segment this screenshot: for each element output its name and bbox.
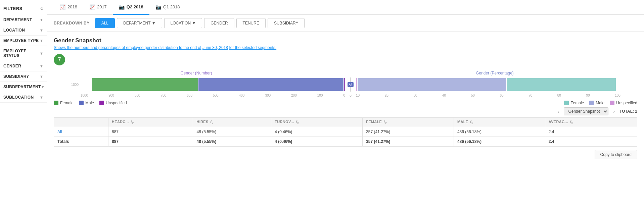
sidebar-item-arrow-subsidiary: ▼ bbox=[40, 74, 43, 78]
row-male-all: 486 (56.18%) bbox=[454, 127, 545, 137]
legend-dot-right-male bbox=[589, 101, 594, 105]
legend-label-left-female: Female bbox=[60, 101, 74, 105]
breakdown-btn-location[interactable]: LOCATION ▼ bbox=[164, 18, 202, 28]
sidebar-item-subsidiary[interactable]: SUBSIDIARY ▼ bbox=[0, 71, 47, 82]
legend-right-unspecified: Unspecified bbox=[610, 101, 637, 105]
row-average-all: 2.4 bbox=[545, 127, 637, 137]
sidebar-item-label-department: DEPARTMENT bbox=[3, 17, 32, 22]
tab-2017[interactable]: 📈 2017 bbox=[83, 0, 113, 15]
tab-icon-2018: 📈 bbox=[60, 4, 65, 10]
table-totals-row: Totals 887 48 (5.55%) 4 (0.46%) 357 (41.… bbox=[54, 137, 637, 147]
breakdown-btn-subsidiary[interactable]: SUBSIDIARY bbox=[268, 18, 305, 28]
prev-page-button[interactable]: ‹ bbox=[556, 108, 561, 115]
sidebar-item-label-subsidiary: SUBSIDIARY bbox=[3, 74, 29, 79]
tab-q1-2018[interactable]: 📷 Q1 2018 bbox=[149, 0, 186, 15]
next-page-button[interactable]: › bbox=[611, 108, 617, 115]
sidebar-header: FILTERS « bbox=[0, 3, 47, 15]
sidebar-item-employee-status[interactable]: EMPLOYEE STATUS ▼ bbox=[0, 46, 47, 61]
tab-bar: 📈 2018 📈 2017 📷 Q2 2018 📷 Q1 2018 bbox=[47, 0, 644, 15]
row-name-all[interactable]: All bbox=[54, 127, 108, 137]
legend-left-male: Male bbox=[79, 101, 94, 105]
breakdown-label: BREAKDOWN BY bbox=[54, 21, 90, 25]
male-bar-left bbox=[198, 78, 343, 91]
col-average: AVERAG... fx bbox=[545, 118, 637, 127]
pagination-total: TOTAL: 2 bbox=[619, 109, 637, 114]
legend-right-male: Male bbox=[589, 101, 604, 105]
table-header-row: HEADC... fx HIRES fx TURNOV... fx FEMALE… bbox=[54, 118, 637, 127]
clipboard-row: Copy to clipboard bbox=[54, 150, 637, 159]
sidebar-item-label-gender: GENDER bbox=[3, 64, 21, 68]
col-male: MALE fx bbox=[454, 118, 545, 127]
totals-male: 486 (56.18%) bbox=[454, 137, 545, 147]
legend-label-right-female: Female bbox=[570, 101, 584, 105]
sidebar-item-label-employee-status: EMPLOYEE STATUS bbox=[3, 49, 40, 58]
totals-headcount: 887 bbox=[108, 137, 193, 147]
legend-label-left-unspecified: Unspecified bbox=[106, 101, 127, 105]
sidebar-item-gender[interactable]: GENDER ▼ bbox=[0, 61, 47, 71]
sidebar-item-department[interactable]: DEPARTMENT ▼ bbox=[0, 15, 47, 25]
filters-label: FILTERS bbox=[3, 6, 22, 11]
left-axis-start: 1000 bbox=[54, 83, 81, 87]
totals-average: 2.4 bbox=[545, 137, 637, 147]
legend-right: Female Male Unspecified bbox=[564, 101, 637, 105]
sidebar-collapse-icon[interactable]: « bbox=[40, 5, 43, 11]
content-area: Gender Snapshot Shows the numbers and pe… bbox=[47, 32, 644, 214]
sidebar-item-label-sublocation: SUBLOCATION bbox=[3, 95, 34, 100]
legend-dot-right-unspecified bbox=[610, 101, 614, 105]
legend-label-right-male: Male bbox=[596, 101, 604, 105]
sidebar-item-employee-type[interactable]: EMPLOYEE TYPE ▼ bbox=[0, 36, 47, 46]
main-content: 📈 2018 📈 2017 📷 Q2 2018 📷 Q1 2018 BREAKD… bbox=[47, 0, 644, 214]
legend-dot-right-female bbox=[564, 101, 569, 105]
totals-hires: 48 (5.55%) bbox=[193, 137, 271, 147]
tab-icon-q1-2018: 📷 bbox=[155, 4, 161, 10]
view-selector[interactable]: Gender Snapshot bbox=[564, 107, 608, 115]
totals-female: 357 (41.27%) bbox=[363, 137, 454, 147]
divider-label: All bbox=[348, 82, 354, 87]
legend-left-female: Female bbox=[54, 101, 74, 105]
breakdown-btn-tenure[interactable]: TENURE bbox=[236, 18, 266, 28]
tab-icon-2017: 📈 bbox=[89, 4, 95, 10]
axis-ticks: 1000 900 800 700 600 500 400 300 200 100… bbox=[54, 94, 637, 97]
section-desc: Shows the numbers and percentages of emp… bbox=[54, 45, 637, 50]
sidebar-item-location[interactable]: LOCATION ▼ bbox=[0, 25, 47, 36]
copy-to-clipboard-button[interactable]: Copy to clipboard bbox=[595, 150, 637, 159]
breakdown-btn-department[interactable]: DEPARTMENT ▼ bbox=[117, 18, 162, 28]
legend-left: Female Male Unspecified bbox=[54, 101, 127, 105]
row-female-all: 357 (41.27%) bbox=[363, 127, 454, 137]
sidebar-item-arrow-gender: ▼ bbox=[40, 64, 43, 68]
col-female: FEMALE fx bbox=[363, 118, 454, 127]
sidebar-item-sublocation[interactable]: SUBLOCATION ▼ bbox=[0, 92, 47, 103]
unspec-bar-right bbox=[356, 78, 357, 91]
chart-number-label: Gender (Number) bbox=[54, 71, 339, 75]
tab-label-2017: 2017 bbox=[97, 4, 107, 9]
tab-label-2018: 2018 bbox=[67, 4, 77, 9]
col-headcount: HEADC... fx bbox=[108, 118, 193, 127]
tab-icon-q2-2018: 📷 bbox=[119, 4, 125, 10]
sidebar-item-arrow-employee-type: ▼ bbox=[40, 39, 43, 43]
pagination-row: ‹ Gender Snapshot › TOTAL: 2 bbox=[54, 107, 637, 115]
female-bar-left bbox=[92, 78, 198, 91]
chart-percent-label: Gender (Percentage) bbox=[352, 71, 637, 75]
breakdown-btn-all[interactable]: ALL bbox=[95, 18, 115, 28]
row-headcount-all: 887 bbox=[108, 127, 193, 137]
sidebar-item-label-subdepartment: SUBDEPARTMENT bbox=[3, 85, 41, 89]
date-highlight: June 30, 2018 bbox=[202, 45, 228, 50]
legend-dot-left-female bbox=[54, 101, 58, 105]
data-table: HEADC... fx HIRES fx TURNOV... fx FEMALE… bbox=[54, 117, 637, 147]
sidebar-item-label-employee-type: EMPLOYEE TYPE bbox=[3, 38, 39, 43]
tab-label-q1-2018: Q1 2018 bbox=[163, 4, 180, 9]
sidebar-item-subdepartment[interactable]: SUBDEPARTMENT ▼ bbox=[0, 82, 47, 92]
legend-right-female: Female bbox=[564, 101, 584, 105]
tab-q2-2018[interactable]: 📷 Q2 2018 bbox=[113, 0, 149, 15]
tab-label-q2-2018: Q2 2018 bbox=[127, 4, 143, 9]
chart-container: Gender (Number) Gender (Percentage) 1000… bbox=[54, 71, 637, 97]
sidebar: FILTERS « DEPARTMENT ▼ LOCATION ▼ EMPLOY… bbox=[0, 0, 47, 214]
sidebar-item-arrow-employee-status: ▼ bbox=[40, 51, 43, 55]
count-badge: 7 bbox=[54, 54, 65, 65]
breakdown-bar: BREAKDOWN BY ALLDEPARTMENT ▼LOCATION ▼GE… bbox=[47, 15, 644, 32]
sidebar-item-arrow-subdepartment: ▼ bbox=[41, 85, 45, 89]
sidebar-item-arrow-sublocation: ▼ bbox=[40, 95, 43, 99]
breakdown-btn-gender[interactable]: GENDER bbox=[204, 18, 234, 28]
table-row: All 887 48 (5.55%) 4 (0.46%) 357 (41.27%… bbox=[54, 127, 637, 137]
tab-2018[interactable]: 📈 2018 bbox=[54, 0, 83, 15]
